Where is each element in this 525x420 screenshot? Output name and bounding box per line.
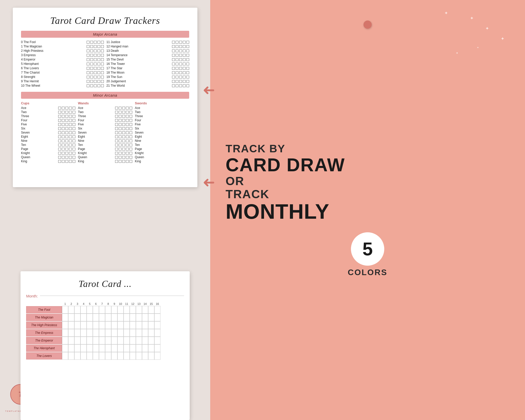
checkbox[interactable] bbox=[69, 152, 72, 155]
checkbox[interactable] bbox=[126, 115, 129, 118]
checkbox[interactable] bbox=[73, 135, 75, 138]
grid-cell[interactable] bbox=[87, 344, 93, 352]
grid-cell[interactable] bbox=[154, 352, 160, 360]
checkbox[interactable] bbox=[119, 119, 122, 122]
checkbox[interactable] bbox=[97, 45, 100, 48]
grid-cell[interactable] bbox=[124, 306, 130, 314]
grid-cell[interactable] bbox=[74, 352, 80, 360]
checkbox[interactable] bbox=[176, 41, 178, 44]
grid-cell[interactable] bbox=[99, 344, 105, 352]
grid-cell[interactable] bbox=[136, 306, 142, 314]
checkbox[interactable] bbox=[65, 139, 68, 142]
checkbox[interactable] bbox=[183, 41, 186, 44]
checkbox[interactable] bbox=[172, 45, 175, 48]
checkbox[interactable] bbox=[115, 139, 118, 142]
checkbox[interactable] bbox=[62, 139, 65, 142]
grid-cell[interactable] bbox=[148, 321, 154, 329]
checkbox[interactable] bbox=[69, 107, 72, 109]
checkbox[interactable] bbox=[119, 160, 122, 163]
grid-cell[interactable] bbox=[87, 329, 93, 337]
checkbox[interactable] bbox=[126, 111, 129, 114]
checkbox[interactable] bbox=[179, 71, 182, 74]
checkbox[interactable] bbox=[58, 111, 61, 114]
grid-cell[interactable] bbox=[154, 337, 160, 344]
checkbox[interactable] bbox=[90, 45, 93, 48]
checkbox[interactable] bbox=[69, 127, 72, 130]
checkbox[interactable] bbox=[183, 49, 186, 52]
checkbox[interactable] bbox=[62, 144, 65, 146]
checkbox[interactable] bbox=[69, 160, 72, 163]
checkbox[interactable] bbox=[58, 160, 61, 163]
checkbox[interactable] bbox=[65, 127, 68, 130]
checkbox[interactable] bbox=[172, 71, 175, 74]
grid-cell[interactable] bbox=[142, 314, 148, 321]
checkbox[interactable] bbox=[126, 139, 129, 142]
checkbox[interactable] bbox=[186, 54, 189, 57]
grid-cell[interactable] bbox=[62, 337, 68, 344]
checkbox[interactable] bbox=[126, 123, 129, 126]
checkbox[interactable] bbox=[94, 58, 97, 61]
checkbox[interactable] bbox=[122, 123, 125, 126]
checkbox[interactable] bbox=[186, 41, 189, 44]
grid-cell[interactable] bbox=[105, 352, 111, 360]
grid-cell[interactable] bbox=[130, 352, 136, 360]
grid-cell[interactable] bbox=[142, 329, 148, 337]
grid-cell[interactable] bbox=[99, 306, 105, 314]
checkbox[interactable] bbox=[69, 123, 72, 126]
checkbox[interactable] bbox=[101, 41, 104, 44]
checkbox[interactable] bbox=[58, 156, 61, 159]
checkbox[interactable] bbox=[90, 49, 93, 52]
checkbox[interactable] bbox=[172, 41, 175, 44]
checkbox[interactable] bbox=[122, 107, 125, 109]
checkbox[interactable] bbox=[122, 160, 125, 163]
checkbox[interactable] bbox=[73, 111, 75, 114]
checkbox[interactable] bbox=[94, 80, 97, 83]
checkbox[interactable] bbox=[101, 80, 104, 83]
grid-cell[interactable] bbox=[117, 329, 124, 337]
checkbox[interactable] bbox=[62, 111, 65, 114]
grid-cell[interactable] bbox=[68, 329, 74, 337]
checkbox[interactable] bbox=[58, 127, 61, 130]
checkbox[interactable] bbox=[94, 49, 97, 52]
checkbox[interactable] bbox=[126, 119, 129, 122]
checkbox[interactable] bbox=[90, 80, 93, 83]
checkbox[interactable] bbox=[87, 49, 89, 52]
grid-cell[interactable] bbox=[136, 314, 142, 321]
grid-cell[interactable] bbox=[99, 314, 105, 321]
checkbox[interactable] bbox=[176, 63, 178, 65]
checkbox[interactable] bbox=[94, 63, 97, 65]
checkbox[interactable] bbox=[186, 67, 189, 70]
grid-cell[interactable] bbox=[124, 344, 130, 352]
checkbox[interactable] bbox=[129, 135, 132, 138]
grid-cell[interactable] bbox=[68, 337, 74, 344]
checkbox[interactable] bbox=[97, 41, 100, 44]
grid-cell[interactable] bbox=[93, 344, 99, 352]
grid-cell[interactable] bbox=[80, 314, 87, 321]
grid-cell[interactable] bbox=[105, 337, 111, 344]
grid-cell[interactable] bbox=[80, 321, 87, 329]
checkbox[interactable] bbox=[172, 49, 175, 52]
checkbox[interactable] bbox=[94, 54, 97, 57]
checkbox[interactable] bbox=[183, 80, 186, 83]
grid-cell[interactable] bbox=[87, 321, 93, 329]
checkbox[interactable] bbox=[119, 123, 122, 126]
checkbox[interactable] bbox=[129, 144, 132, 146]
checkbox[interactable] bbox=[172, 84, 175, 87]
grid-cell[interactable] bbox=[105, 321, 111, 329]
checkbox[interactable] bbox=[186, 63, 189, 65]
checkbox[interactable] bbox=[62, 115, 65, 118]
checkbox[interactable] bbox=[179, 54, 182, 57]
checkbox[interactable] bbox=[172, 63, 175, 65]
checkbox[interactable] bbox=[62, 127, 65, 130]
grid-cell[interactable] bbox=[74, 314, 80, 321]
checkbox[interactable] bbox=[119, 111, 122, 114]
grid-cell[interactable] bbox=[148, 337, 154, 344]
checkbox[interactable] bbox=[122, 144, 125, 146]
checkbox[interactable] bbox=[179, 80, 182, 83]
checkbox[interactable] bbox=[90, 54, 93, 57]
checkbox[interactable] bbox=[62, 119, 65, 122]
grid-cell[interactable] bbox=[154, 314, 160, 321]
grid-cell[interactable] bbox=[117, 314, 124, 321]
checkbox[interactable] bbox=[69, 144, 72, 146]
checkbox[interactable] bbox=[90, 58, 93, 61]
